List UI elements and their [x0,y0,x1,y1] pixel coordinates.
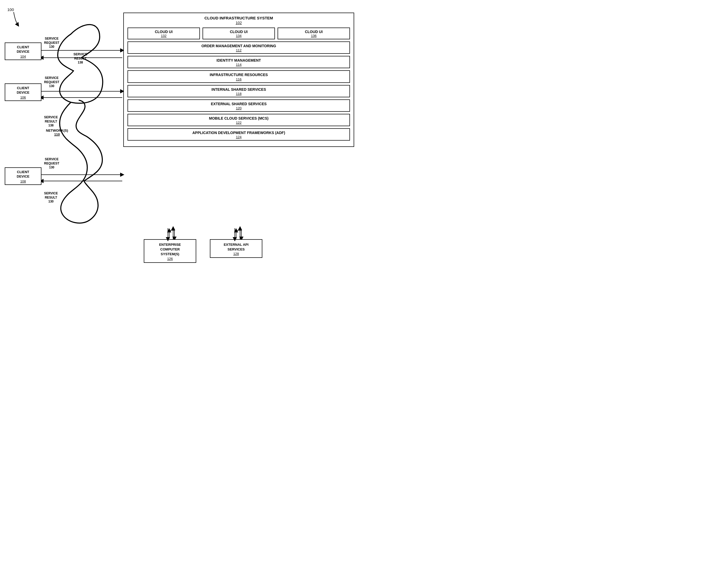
client-device-106: CLIENTDEVICE 106 [5,83,41,101]
internal-shared-services-ref: 118 [130,92,347,96]
service-request-130-top-label: SERVICEREQUEST130 [44,37,59,49]
order-management-title: ORDER MANAGEMENT AND MONITORING [130,44,347,48]
external-api-ref: 128 [212,252,260,256]
client-device-108-ref: 108 [20,179,26,183]
cloud-ui-134-ref: 134 [204,34,273,38]
infrastructure-resources-title: INFRASTRUCTURE RESOURCES [130,72,347,77]
order-management-ref: 112 [130,48,347,52]
cloud-ui-132: CLOUD UI 132 [127,28,200,39]
client-device-108: CLIENTDEVICE 108 [5,167,41,185]
mobile-cloud-services-title: MOBILE CLOUD SERVICES (MCS) [130,116,347,121]
networks-text: NETWORK(S) [46,129,68,132]
cloud-ui-134: CLOUD UI 134 [203,28,275,39]
adf-ref: 124 [130,135,347,139]
service-result-130-bot-label: SERVICERESULT130 [44,191,58,204]
infrastructure-resources-ref: 116 [130,77,347,81]
adf-title: APPLICATION DEVELOPMENT FRAMEWORKS (ADF) [130,130,347,135]
cloud-infrastructure-system: CLOUD INFRASTRUCTURE SYSTEM 102 CLOUD UI… [123,13,354,147]
service-result-138-top-label: SERVICERESULT138 [73,52,87,65]
cloud-ui-136-title: CLOUD UI [279,30,348,34]
cloud-ui-132-ref: 132 [129,34,198,38]
cloud-system-ref: 102 [127,21,350,25]
mobile-cloud-services-ref: 122 [130,121,347,125]
enterprise-computer-box: ENTERPRISECOMPUTERSYSTEM(S) 126 [144,239,196,263]
internal-shared-services-box: INTERNAL SHARED SERVICES 118 [127,85,350,97]
identity-management-box: IDENTITY MANAGEMENT 114 [127,56,350,68]
external-api-box: EXTERNAL APISERVICES 128 [210,239,262,258]
external-shared-services-ref: 120 [130,106,347,110]
client-device-104: CLIENTDEVICE 104 [5,42,41,60]
cloud-ui-132-title: CLOUD UI [129,30,198,34]
client-device-106-title: CLIENTDEVICE [17,86,29,95]
client-device-106-ref: 106 [20,95,26,99]
order-management-box: ORDER MANAGEMENT AND MONITORING 112 [127,41,350,54]
cloud-ui-row: CLOUD UI 132 CLOUD UI 134 CLOUD UI 136 [127,28,350,39]
cloud-ui-136: CLOUD UI 136 [278,28,350,39]
adf-box: APPLICATION DEVELOPMENT FRAMEWORKS (ADF)… [127,128,350,141]
client-device-104-ref: 104 [20,55,26,58]
cloud-ui-134-title: CLOUD UI [204,30,273,34]
service-result-138-mid-label: SERVICERESULT138 [44,115,58,128]
service-request-130-bot-label: SERVICEREQUEST130 [44,157,59,170]
networks-label: NETWORK(S) 110 [46,129,68,136]
enterprise-computer-title: ENTERPRISECOMPUTERSYSTEM(S) [146,242,194,257]
external-api-title: EXTERNAL APISERVICES [212,242,260,252]
external-shared-services-title: EXTERNAL SHARED SERVICES [130,102,347,106]
identity-management-title: IDENTITY MANAGEMENT [130,58,347,63]
mobile-cloud-services-box: MOBILE CLOUD SERVICES (MCS) 122 [127,114,350,126]
cloud-ui-136-ref: 136 [279,34,348,38]
client-device-108-title: CLIENTDEVICE [17,170,29,179]
diagram: 100 [0,0,364,283]
cloud-system-title: CLOUD INFRASTRUCTURE SYSTEM [127,16,350,20]
internal-shared-services-title: INTERNAL SHARED SERVICES [130,87,347,92]
client-device-104-title: CLIENTDEVICE [17,45,29,54]
ref-100: 100 [7,7,14,12]
enterprise-computer-ref: 126 [146,257,194,261]
networks-ref: 110 [54,132,60,136]
external-shared-services-box: EXTERNAL SHARED SERVICES 120 [127,99,350,112]
service-request-130-mid-label: SERVICEREQUEST130 [44,76,59,88]
identity-management-ref: 114 [130,63,347,67]
infrastructure-resources-box: INFRASTRUCTURE RESOURCES 116 [127,70,350,83]
